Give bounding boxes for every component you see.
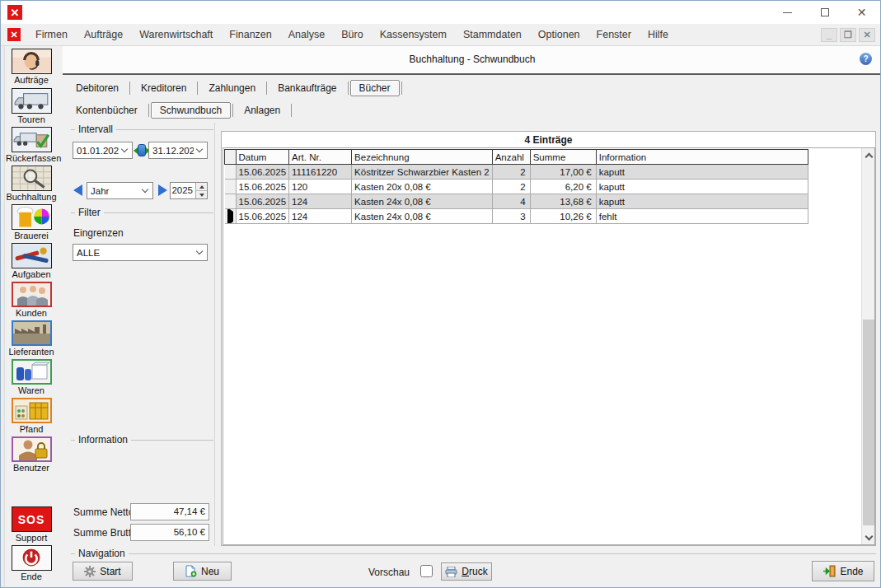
tab-kontenbuecher[interactable]: Kontenbücher (67, 102, 147, 119)
sidebar-label: Aufträge (6, 75, 57, 85)
menu-optionen[interactable]: Optionen (530, 24, 588, 46)
navigation-group-label: Navigation (71, 548, 876, 559)
cell-bezeichnung: Kasten 24x 0,08 € (352, 209, 493, 224)
druck-button-label: Druck (462, 566, 487, 577)
sidebar-item-ende[interactable]: Ende (6, 545, 57, 581)
tab-kreditoren[interactable]: Kreditoren (132, 80, 195, 96)
sidebar-item-rueckerfassen[interactable]: Rückerfassen (6, 127, 57, 163)
mdi-close-button[interactable]: ✕ (859, 28, 875, 42)
window-close-button[interactable]: ✕ (843, 1, 880, 24)
sidebar-item-pfand[interactable]: Pfand (6, 398, 57, 434)
column-header-bezeichnung[interactable]: Bezeichnung (352, 150, 493, 165)
entries-panel: 4 Einträge Datum Art. Nr. Bezeichnung An… (221, 131, 876, 546)
sidebar-item-touren[interactable]: Touren (6, 88, 57, 124)
date-from-dropdown[interactable]: 01.01.2025 (73, 142, 133, 159)
next-period-button[interactable] (158, 184, 167, 196)
scroll-up-button[interactable] (862, 148, 875, 162)
sidebar-item-benutzer[interactable]: Benutzer (6, 436, 57, 473)
date-to-dropdown[interactable]: 31.12.2025 (148, 142, 208, 159)
help-icon[interactable]: ? (860, 53, 872, 65)
menu-fenster[interactable]: Fenster (588, 24, 640, 46)
menu-kassensystem[interactable]: Kassensystem (372, 24, 455, 46)
chevron-down-icon (121, 146, 128, 152)
mdi-restore-button[interactable]: ❐ (840, 28, 856, 42)
app-logo-icon: ✕ (7, 5, 22, 20)
cell-bezeichnung: Köstritzer Schwarzbier Kasten 2 (352, 165, 493, 180)
row-selector-cell[interactable] (225, 165, 237, 180)
sidebar-item-lieferanten[interactable]: Lieferanten (6, 320, 57, 357)
summe-brutto-field: 56,10 € (130, 524, 209, 541)
tab-zahlungen[interactable]: Zahlungen (199, 80, 265, 96)
row-selector-cell[interactable] (225, 180, 237, 194)
eingrenzen-dropdown[interactable]: ALLE (73, 244, 208, 261)
document-header: Buchhaltung - Schwundbuch ? (63, 46, 881, 73)
row-selector-cell[interactable] (225, 209, 237, 224)
table-row[interactable]: 15.06.2025 124 Kasten 24x 0,08 € 4 13,68… (225, 194, 808, 209)
cell-bezeichnung: Kasten 24x 0,08 € (352, 194, 493, 209)
sidebar-item-buchhaltung[interactable]: Buchhaltung (6, 166, 57, 202)
menu-auftraege[interactable]: Aufträge (76, 24, 131, 46)
scroll-down-button[interactable] (862, 530, 875, 544)
neu-button[interactable]: Neu (173, 562, 232, 581)
column-header-anzahl[interactable]: Anzahl (492, 150, 530, 165)
column-header-artnr[interactable]: Art. Nr. (289, 150, 352, 165)
neu-button-label: Neu (201, 566, 219, 577)
window-minimize-button[interactable] (769, 1, 806, 24)
table-row-selected[interactable]: 15.06.2025 124 Kasten 24x 0,08 € 3 10,26… (225, 209, 808, 224)
menu-analyse[interactable]: Analyse (280, 24, 333, 46)
column-header-datum[interactable]: Datum (236, 150, 289, 165)
sidebar-item-waren[interactable]: Waren (6, 359, 57, 395)
previous-period-button[interactable] (73, 184, 82, 196)
date-link-icon[interactable] (134, 144, 150, 156)
menu-stammdaten[interactable]: Stammdaten (455, 24, 530, 46)
tab-debitoren[interactable]: Debitoren (67, 80, 128, 96)
user-lock-photo-icon (12, 436, 52, 462)
sidebar-item-aufgaben[interactable]: Aufgaben (6, 243, 57, 279)
vertical-scrollbar[interactable] (861, 148, 874, 544)
cell-information: kaputt (596, 165, 808, 180)
menu-buero[interactable]: Büro (333, 24, 371, 46)
sidebar-item-auftraege[interactable]: Aufträge (6, 49, 57, 85)
cell-summe: 6,20 € (530, 180, 596, 194)
menu-bar: ✕ Firmen Aufträge Warenwirtschaft Finanz… (1, 24, 880, 46)
tab-schwundbuch[interactable]: Schwundbuch (151, 102, 231, 119)
vorschau-checkbox[interactable] (420, 565, 433, 577)
menu-finanzen[interactable]: Finanzen (221, 24, 279, 46)
menu-warenwirtschaft[interactable]: Warenwirtschaft (131, 24, 221, 46)
cell-information: kaputt (596, 194, 808, 209)
mdi-system-menu-icon[interactable]: ✕ (7, 28, 21, 41)
window-maximize-button[interactable] (806, 1, 843, 24)
tab-bankauftraege[interactable]: Bankaufträge (269, 80, 345, 96)
menu-firmen[interactable]: Firmen (27, 24, 76, 46)
sidebar-label: Lieferanten (6, 347, 57, 357)
cell-anzahl: 2 (492, 180, 530, 194)
sidebar-item-brauerei[interactable]: Brauerei (6, 204, 57, 240)
row-selector-cell[interactable] (225, 194, 237, 209)
period-type-dropdown[interactable]: Jahr (87, 182, 153, 199)
ende-button[interactable]: Ende (812, 561, 874, 581)
menu-hilfe[interactable]: Hilfe (640, 24, 677, 46)
scrollbar-thumb[interactable] (863, 320, 874, 525)
sidebar-item-support[interactable]: SOS Support (6, 506, 57, 543)
tab-buecher[interactable]: Bücher (350, 80, 400, 96)
column-header-summe[interactable]: Summe (530, 150, 596, 165)
spinner-down-button[interactable] (196, 191, 207, 198)
group-label-text: Information (78, 434, 128, 446)
druck-button[interactable]: Druck (441, 562, 492, 581)
sidebar-label: Brauerei (6, 231, 57, 240)
intervall-group-label: Intervall (71, 124, 213, 135)
tab-separator (348, 82, 349, 95)
year-spinner[interactable]: 2025 (170, 182, 208, 199)
column-header-information[interactable]: Information (596, 150, 808, 165)
sidebar-item-kunden[interactable]: Kunden (6, 282, 57, 318)
period-type-value: Jahr (91, 186, 139, 196)
start-button[interactable]: Start (73, 562, 133, 581)
table-row[interactable]: 15.06.2025 111161220 Köstritzer Schwarzb… (225, 165, 808, 180)
cell-summe: 17,00 € (530, 165, 596, 180)
spinner-up-button[interactable] (196, 183, 207, 191)
primary-tab-bar: Debitoren Kreditoren Zahlungen Bankauftr… (67, 78, 404, 98)
mdi-minimize-button[interactable]: _ (821, 28, 837, 42)
table-row[interactable]: 15.06.2025 120 Kasten 20x 0,08 € 2 6,20 … (225, 180, 808, 194)
tab-anlagen[interactable]: Anlagen (235, 102, 289, 119)
filter-group-label: Filter (71, 207, 213, 218)
